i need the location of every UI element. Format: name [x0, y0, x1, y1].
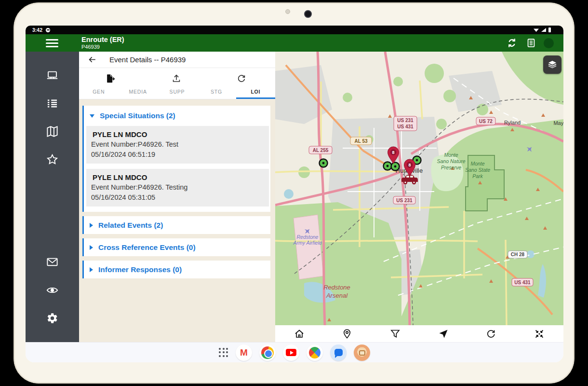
section-header[interactable]: Cross Reference Events (0): [84, 238, 270, 256]
map-refresh-button[interactable]: [483, 327, 499, 341]
app-title: Enroute (ER): [81, 36, 124, 44]
youtube-icon[interactable]: [283, 345, 299, 361]
svg-text:AL 255: AL 255: [313, 148, 329, 153]
svg-text:US 431: US 431: [514, 280, 531, 285]
section-informer-responses: Informer Responses (0): [82, 261, 270, 278]
front-camera: [304, 10, 312, 18]
tab-stg[interactable]: STG: [197, 86, 236, 99]
tab-supp[interactable]: SUPP: [158, 86, 197, 99]
back-button[interactable]: [88, 55, 97, 64]
app-drawer-button[interactable]: [219, 348, 228, 358]
upload-icon[interactable]: [171, 73, 182, 84]
svg-text:Ryland: Ryland: [504, 120, 521, 125]
page-title: Event Details -- P46939: [109, 55, 186, 64]
map-collapse-button[interactable]: [531, 327, 548, 341]
section-related-events: Related Events (2): [82, 216, 270, 234]
screen: 3:42 Enroute (ER) P46939: [26, 26, 563, 362]
chevron-right-icon: [90, 245, 93, 250]
svg-text:Preserve: Preserve: [441, 165, 461, 170]
svg-text:CH 28: CH 28: [511, 252, 525, 257]
tab-loi[interactable]: LOI: [236, 86, 275, 99]
event-log-icon[interactable]: [525, 37, 537, 49]
svg-text:US 231: US 231: [397, 118, 414, 123]
stage: 3:42 Enroute (ER) P46939: [0, 0, 588, 386]
event-details-panel: Event Details -- P46939: [79, 52, 275, 342]
svg-text:Redstone: Redstone: [323, 284, 350, 291]
section-header[interactable]: Informer Responses (0): [84, 261, 270, 278]
export-report-icon[interactable]: [105, 73, 116, 84]
special-situation-item[interactable]: PYLE LN MDCO Event Number:P46926. Test 0…: [86, 126, 269, 164]
chrome-icon[interactable]: [259, 345, 276, 361]
section-header[interactable]: Related Events (2): [84, 216, 270, 234]
svg-text:US 231: US 231: [396, 198, 413, 203]
layers-icon: [547, 59, 558, 70]
event-details-header: Event Details -- P46939: [79, 52, 275, 68]
map-navigate-button[interactable]: [435, 327, 452, 341]
chevron-right-icon: [90, 223, 93, 228]
tablet-body: 3:42 Enroute (ER) P46939: [13, 2, 575, 384]
tab-gen[interactable]: GEN: [79, 86, 118, 99]
svg-text:Sano Nature: Sano Nature: [437, 158, 466, 164]
tab-bar: GEN MEDIA SUPP STG LOI: [79, 68, 275, 99]
map-location-button[interactable]: [339, 327, 355, 341]
sidebar-item-workstation[interactable]: [43, 66, 62, 85]
svg-text:Arsenal: Arsenal: [326, 292, 348, 299]
messages-icon[interactable]: [330, 345, 347, 361]
svg-text:Monte: Monte: [444, 152, 458, 158]
svg-text:US 431: US 431: [397, 124, 414, 129]
enroute-app-icon[interactable]: [354, 345, 370, 361]
svg-text:US 72: US 72: [479, 119, 493, 124]
gmail-icon[interactable]: M: [236, 345, 252, 361]
status-bar: 3:42: [26, 26, 563, 34]
photos-icon[interactable]: [307, 345, 323, 361]
battery-icon: [548, 28, 551, 32]
clock: 3:42: [32, 27, 42, 33]
map-toolbar: [275, 325, 563, 342]
wifi-icon: [534, 28, 539, 32]
sidebar-item-settings[interactable]: [43, 308, 62, 328]
tabs: GEN MEDIA SUPP STG LOI: [79, 86, 275, 99]
chevron-down-icon: [90, 114, 94, 118]
map[interactable]: US 231 US 431 US 72 AL 255 AL 53 US 231 …: [275, 52, 563, 325]
svg-text:8: 8: [408, 163, 411, 167]
svg-text:Park: Park: [472, 173, 483, 179]
android-taskbar: M: [26, 342, 563, 362]
active-tab-indicator: [236, 97, 275, 99]
menu-button[interactable]: [46, 39, 58, 47]
svg-text:Redstone: Redstone: [297, 234, 319, 240]
svg-text:Sano State: Sano State: [465, 167, 490, 173]
connection-status-circle: [544, 38, 554, 48]
svg-text:Army Airfield: Army Airfield: [293, 240, 322, 246]
app-bar: Enroute (ER) P46939: [26, 34, 563, 52]
svg-text:Monte: Monte: [470, 161, 484, 166]
accordion: Special Situations (2) PYLE LN MDCO Even…: [79, 99, 275, 283]
map-layers-button[interactable]: [543, 55, 561, 74]
signal-icon: [541, 28, 546, 32]
light-sensor: [285, 9, 290, 14]
svg-text:8: 8: [392, 150, 394, 155]
map-filter-button[interactable]: [387, 327, 403, 341]
section-special-situations: Special Situations (2) PYLE LN MDCO Even…: [82, 106, 270, 212]
event-number: P46939: [81, 44, 124, 50]
special-situation-item[interactable]: PYLE LN MDCO Event Number:P46926. Testin…: [86, 169, 269, 207]
chevron-right-icon: [90, 267, 93, 272]
dnd-icon: [46, 28, 50, 32]
status-icons: [534, 28, 551, 32]
map-home-button[interactable]: [291, 327, 307, 341]
tab-media[interactable]: MEDIA: [118, 86, 157, 99]
sidebar: [26, 52, 79, 342]
svg-text:AL 53: AL 53: [354, 138, 367, 144]
sidebar-item-map[interactable]: [43, 122, 62, 141]
sidebar-item-event-list[interactable]: [43, 94, 62, 113]
sidebar-item-favorites[interactable]: [43, 150, 62, 169]
section-cross-reference-events: Cross Reference Events (0): [82, 238, 270, 256]
refresh-icon[interactable]: [236, 73, 247, 84]
sidebar-item-monitor[interactable]: [43, 280, 62, 300]
section-header[interactable]: Special Situations (2): [84, 106, 270, 126]
app-bar-titles: Enroute (ER) P46939: [81, 36, 124, 50]
sync-icon[interactable]: [505, 36, 519, 50]
map-panel: US 231 US 431 US 72 AL 255 AL 53 US 231 …: [275, 52, 563, 342]
svg-text:Maysville: Maysville: [553, 120, 563, 126]
sidebar-item-messages[interactable]: [43, 252, 62, 272]
